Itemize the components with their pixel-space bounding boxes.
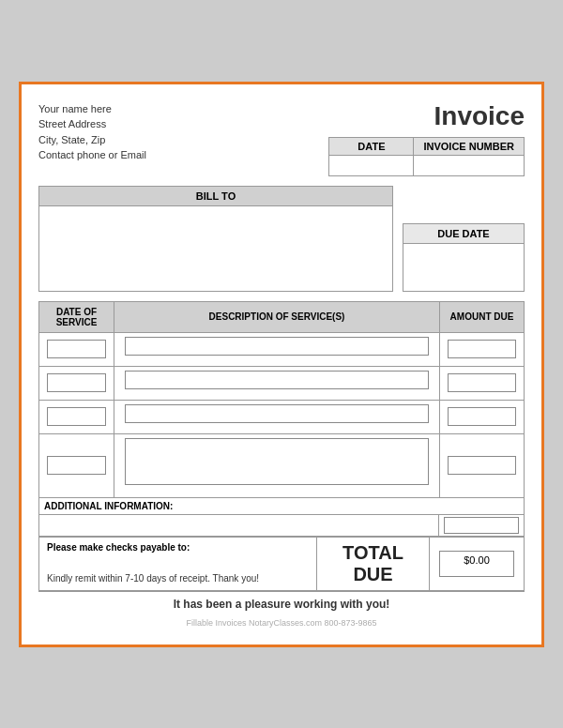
services-desc-header: DESCRIPTION OF SERVICE(S): [114, 301, 440, 332]
service-amount-3: [440, 400, 525, 433]
invoice-right: Invoice DATE INVOICE NUMBER: [328, 101, 525, 176]
service-desc-2: [114, 366, 440, 400]
service-desc-1: [114, 332, 440, 366]
service-date-input-3[interactable]: [47, 407, 107, 426]
service-amount-2: [440, 366, 525, 400]
services-amount-header: AMOUNT DUE: [440, 301, 525, 332]
bill-section: BILL TO DUE DATE: [38, 186, 525, 292]
service-amount-input-3[interactable]: [448, 407, 515, 426]
bill-to-header: BILL TO: [39, 187, 392, 206]
total-amount-box: $0.00: [430, 538, 524, 590]
additional-section: ADDITIONAL INFORMATION:: [38, 498, 525, 538]
service-date-input-1[interactable]: [47, 340, 107, 358]
service-desc-3: [114, 400, 440, 433]
invoice-header: Your name here Street Address City, Stat…: [38, 101, 525, 176]
bill-to-box: BILL TO: [38, 186, 393, 292]
service-amount-1: [440, 332, 525, 366]
service-date-1: [39, 332, 114, 366]
service-desc-input-1[interactable]: [125, 337, 430, 356]
company-contact: Contact phone or Email: [38, 147, 146, 163]
footer-left: Please make checks payable to: Kindly re…: [39, 538, 317, 590]
additional-row: [39, 515, 524, 537]
invoice-number-col-header: INVOICE NUMBER: [414, 137, 525, 155]
service-date-input-2[interactable]: [47, 373, 107, 392]
table-row: [39, 400, 525, 433]
services-date-header: DATE OF SERVICE: [39, 301, 114, 332]
company-address: Street Address: [38, 116, 146, 132]
checks-label: Please make checks payable to:: [47, 542, 309, 553]
company-city: City, State, Zip: [38, 132, 146, 148]
service-date-input-4[interactable]: [47, 456, 107, 475]
invoice-number-value[interactable]: [414, 155, 525, 175]
total-amount-display[interactable]: $0.00: [439, 551, 514, 577]
additional-label: ADDITIONAL INFORMATION:: [39, 498, 524, 515]
service-date-4: [39, 433, 114, 497]
footer-section: Please make checks payable to: Kindly re…: [38, 538, 525, 591]
table-row: [39, 433, 525, 497]
invoice-page: Your name here Street Address City, Stat…: [19, 82, 544, 647]
company-info: Your name here Street Address City, Stat…: [38, 101, 146, 163]
additional-info-input[interactable]: [39, 515, 439, 536]
remit-label: Kindly remit within 7-10 days of receipt…: [47, 573, 309, 584]
service-desc-input-3[interactable]: [125, 404, 430, 423]
service-date-2: [39, 366, 114, 400]
table-row: [39, 366, 525, 400]
service-date-3: [39, 400, 114, 433]
service-desc-input-4[interactable]: [125, 438, 430, 485]
service-amount-input-1[interactable]: [448, 340, 515, 358]
service-desc-input-2[interactable]: [125, 371, 430, 389]
due-date-content[interactable]: [403, 244, 524, 291]
due-date-header: DUE DATE: [403, 224, 524, 244]
invoice-title: Invoice: [328, 101, 525, 131]
footer-row: Please make checks payable to: Kindly re…: [39, 538, 524, 590]
total-due-box: TOTAL DUE: [317, 538, 430, 590]
services-table: DATE OF SERVICE DESCRIPTION OF SERVICE(S…: [38, 301, 525, 498]
date-value[interactable]: [329, 155, 414, 175]
service-amount-input-4[interactable]: [448, 456, 515, 475]
table-row: [39, 332, 525, 366]
service-desc-4: [114, 433, 440, 497]
invoice-meta-table: DATE INVOICE NUMBER: [328, 137, 525, 176]
service-amount-4: [440, 433, 525, 497]
service-amount-input-2[interactable]: [448, 373, 515, 392]
bill-to-content[interactable]: [39, 206, 392, 291]
total-due-text: TOTAL DUE: [342, 542, 403, 585]
company-name: Your name here: [38, 101, 146, 117]
due-date-box: DUE DATE: [403, 223, 525, 292]
closing-message: It has been a pleasure working with you!: [38, 591, 525, 614]
watermark-text: Fillable Invoices NotaryClasses.com 800-…: [38, 618, 525, 628]
additional-amount-box[interactable]: [444, 517, 519, 534]
date-col-header: DATE: [329, 137, 414, 155]
